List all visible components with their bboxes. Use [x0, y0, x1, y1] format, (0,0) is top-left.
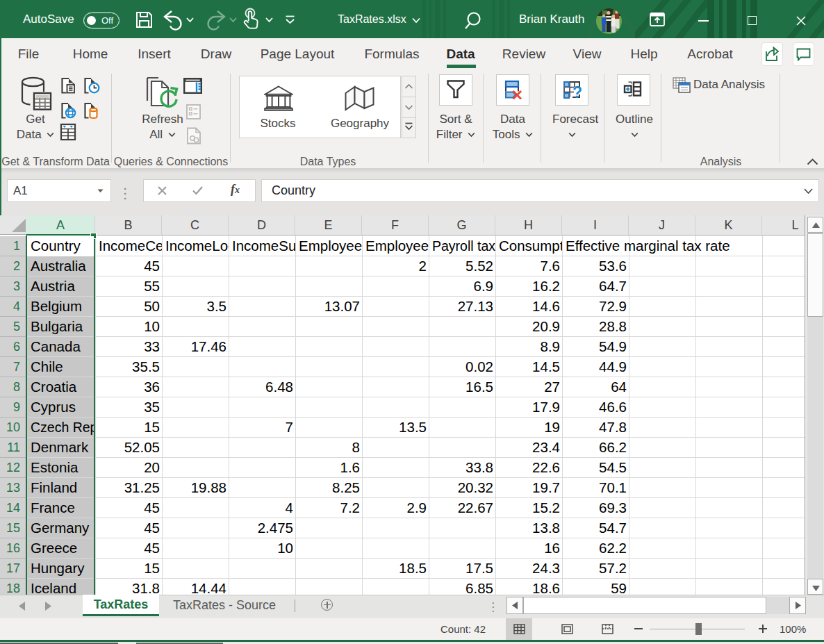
svg-text:?: ? [572, 83, 582, 101]
